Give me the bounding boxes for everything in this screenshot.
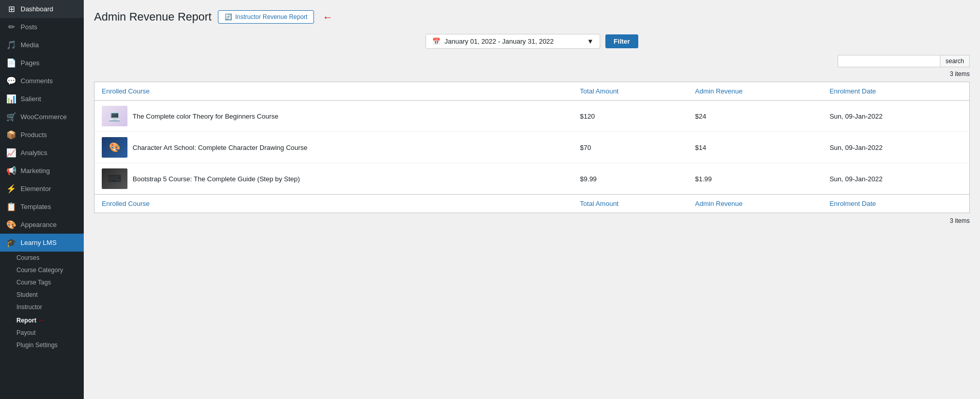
sidebar-sub-payout[interactable]: Payout: [0, 327, 84, 339]
cell-course: ⌨ Bootstrap 5 Course: The Complete Guide…: [95, 163, 573, 195]
sync-icon: 🔄: [225, 13, 232, 21]
sidebar-sub-student[interactable]: Student: [0, 289, 84, 301]
sidebar-item-posts[interactable]: ✏Posts: [0, 18, 84, 36]
page-header: Admin Revenue Report 🔄 Instructor Revenu…: [94, 10, 970, 24]
cell-course: 💻 The Complete color Theory for Beginner…: [95, 101, 573, 132]
learny-lms-icon: 🎓: [6, 238, 16, 248]
cell-admin-revenue: $1.99: [688, 163, 823, 195]
date-picker[interactable]: 📅 January 01, 2022 - January 31, 2022 ▼: [426, 34, 600, 49]
sidebar-item-comments[interactable]: 💬Comments: [0, 72, 84, 90]
table-footer-row: Enrolled CourseTotal AmountAdmin Revenue…: [95, 195, 970, 213]
templates-icon: 📋: [6, 202, 16, 212]
cell-admin-revenue: $14: [688, 132, 823, 163]
sidebar-item-learny-lms[interactable]: 🎓Learny LMS: [0, 234, 84, 252]
cell-enrolment-date: Sun, 09-Jan-2022: [822, 163, 969, 195]
marketing-icon: 📢: [6, 166, 16, 176]
instructor-revenue-button[interactable]: 🔄 Instructor Revenue Report: [218, 10, 315, 24]
chevron-down-icon: ▼: [587, 37, 594, 45]
sidebar-item-appearance[interactable]: 🎨Appearance: [0, 216, 84, 234]
calendar-icon: 📅: [432, 37, 440, 45]
table-row: ⌨ Bootstrap 5 Course: The Complete Guide…: [95, 163, 970, 195]
arrow-indicator: ←: [322, 11, 332, 23]
course-name: Bootstrap 5 Course: The Complete Guide (…: [133, 175, 300, 183]
filter-button[interactable]: Filter: [605, 34, 638, 48]
sidebar-item-salient[interactable]: 📊Salient: [0, 90, 84, 108]
sidebar-label-products: Products: [21, 131, 47, 139]
table-footer: Enrolled CourseTotal AmountAdmin Revenue…: [95, 195, 970, 213]
sidebar-label-woocommerce: WooCommerce: [21, 113, 67, 121]
sidebar-label-analytics: Analytics: [21, 149, 47, 157]
posts-icon: ✏: [6, 22, 16, 32]
sidebar-item-products[interactable]: 📦Products: [0, 126, 84, 144]
sidebar-sub-courses[interactable]: Courses: [0, 252, 84, 264]
cell-total-amount: $70: [573, 132, 688, 163]
cell-total-amount: $120: [573, 101, 688, 132]
main-content: Admin Revenue Report 🔄 Instructor Revenu…: [84, 0, 980, 399]
table-header: Enrolled CourseTotal AmountAdmin Revenue…: [95, 82, 970, 101]
sidebar-item-dashboard[interactable]: ⊞Dashboard: [0, 0, 84, 18]
elementor-icon: ⚡: [6, 184, 16, 194]
page-title: Admin Revenue Report: [94, 10, 212, 24]
woocommerce-icon: 🛒: [6, 112, 16, 122]
sidebar-item-elementor[interactable]: ⚡Elementor: [0, 180, 84, 198]
sidebar-sub-instructor[interactable]: Instructor: [0, 301, 84, 313]
cell-total-amount: $9.99: [573, 163, 688, 195]
table-body: 💻 The Complete color Theory for Beginner…: [95, 101, 970, 195]
sidebar-item-media[interactable]: 🎵Media: [0, 36, 84, 54]
col-footer-3: Enrolment Date: [822, 195, 969, 213]
col-header-enrolment_date: Enrolment Date: [822, 82, 969, 101]
search-input[interactable]: [838, 55, 940, 67]
course-thumbnail: 🎨: [102, 137, 127, 158]
sidebar-label-learny-lms: Learny LMS: [21, 239, 57, 246]
col-header-total_amount: Total Amount: [573, 82, 688, 101]
sidebar-label-appearance: Appearance: [21, 221, 57, 229]
search-button[interactable]: search: [940, 55, 970, 67]
sidebar-label-elementor: Elementor: [21, 185, 51, 193]
sidebar-label-posts: Posts: [21, 23, 38, 31]
media-icon: 🎵: [6, 40, 16, 50]
sidebar-item-marketing[interactable]: 📢Marketing: [0, 162, 84, 180]
col-header-admin_revenue: Admin Revenue: [688, 82, 823, 101]
sidebar-label-templates: Templates: [21, 203, 51, 211]
sidebar-item-pages[interactable]: 📄Pages: [0, 54, 84, 72]
appearance-icon: 🎨: [6, 220, 16, 230]
sidebar-item-woocommerce[interactable]: 🛒WooCommerce: [0, 108, 84, 126]
cell-course: 🎨 Character Art School: Complete Charact…: [95, 132, 573, 163]
sidebar-label-dashboard: Dashboard: [21, 5, 53, 13]
items-count-bottom: 3 items: [94, 217, 970, 224]
sidebar-label-marketing: Marketing: [21, 167, 50, 175]
table-row: 💻 The Complete color Theory for Beginner…: [95, 101, 970, 132]
pages-icon: 📄: [6, 58, 16, 68]
table-header-row: Enrolled CourseTotal AmountAdmin Revenue…: [95, 82, 970, 101]
sidebar-item-templates[interactable]: 📋Templates: [0, 198, 84, 216]
sidebar-item-analytics[interactable]: 📈Analytics: [0, 144, 84, 162]
sidebar-label-salient: Salient: [21, 95, 41, 103]
sidebar-label-media: Media: [21, 41, 39, 49]
cell-admin-revenue: $24: [688, 101, 823, 132]
cell-enrolment-date: Sun, 09-Jan-2022: [822, 132, 969, 163]
analytics-icon: 📈: [6, 148, 16, 158]
sidebar-label-comments: Comments: [21, 77, 53, 85]
search-bar: search: [94, 55, 970, 67]
course-thumbnail: ⌨: [102, 168, 127, 189]
course-thumbnail: 💻: [102, 106, 127, 126]
sidebar-sub-course-category[interactable]: Course Category: [0, 264, 84, 276]
dashboard-icon: ⊞: [6, 4, 16, 14]
sidebar-sub-plugin-settings[interactable]: Plugin Settings: [0, 339, 84, 351]
products-icon: 📦: [6, 130, 16, 140]
filter-bar: 📅 January 01, 2022 - January 31, 2022 ▼ …: [94, 34, 970, 49]
col-footer-1: Total Amount: [573, 195, 688, 213]
sidebar-sub-course-tags[interactable]: Course Tags: [0, 276, 84, 289]
salient-icon: 📊: [6, 94, 16, 104]
course-name: Character Art School: Complete Character…: [133, 144, 307, 151]
report-arrow: ←: [38, 316, 45, 324]
col-footer-0: Enrolled Course: [95, 195, 573, 213]
items-count-top: 3 items: [94, 70, 970, 78]
table-row: 🎨 Character Art School: Complete Charact…: [95, 132, 970, 163]
sidebar: ⊞Dashboard✏Posts🎵Media📄Pages💬Comments📊Sa…: [0, 0, 84, 399]
col-footer-2: Admin Revenue: [688, 195, 823, 213]
revenue-table: Enrolled CourseTotal AmountAdmin Revenue…: [94, 82, 970, 213]
course-name: The Complete color Theory for Beginners …: [133, 112, 279, 120]
cell-enrolment-date: Sun, 09-Jan-2022: [822, 101, 969, 132]
sidebar-sub-report[interactable]: Report ←: [0, 313, 84, 327]
